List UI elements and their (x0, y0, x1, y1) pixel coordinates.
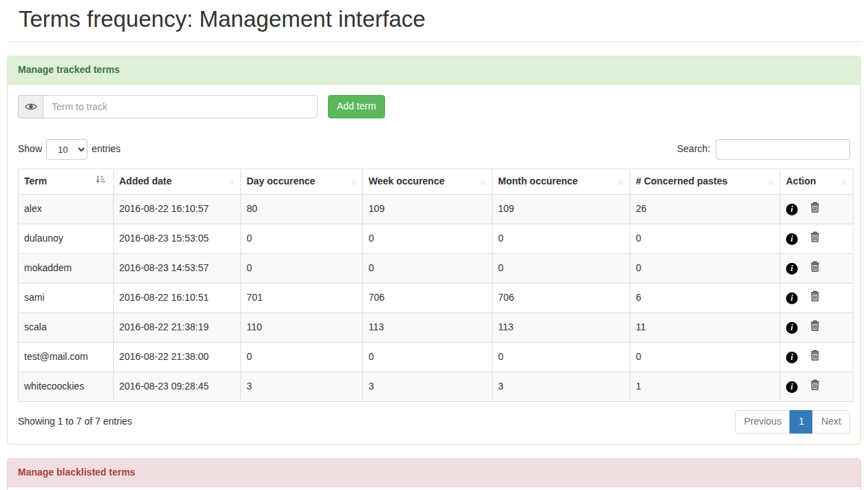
week-occurence-cell: 3 (363, 372, 493, 402)
pagination-page-1[interactable]: 1 (789, 410, 813, 434)
page-length-control: Show 10 entries (18, 139, 121, 160)
day-occurence-cell: 80 (241, 195, 363, 224)
pagination-next[interactable]: Next (812, 410, 850, 434)
term-cell: scala (19, 313, 114, 343)
day-occurence-cell: 110 (241, 313, 363, 343)
day-occurence-cell: 701 (241, 284, 363, 313)
info-icon[interactable]: i (786, 321, 798, 334)
added-date-cell: 2016-08-23 09:28:45 (114, 372, 241, 402)
info-icon[interactable]: i (786, 262, 798, 275)
tracked-terms-heading: Manage tracked terms (8, 56, 860, 85)
trash-icon[interactable] (810, 231, 820, 246)
month-occurence-cell: 0 (493, 254, 630, 284)
action-cell: i (781, 195, 854, 224)
day-occurence-cell: 0 (241, 224, 363, 254)
pagination-page-1-item: 1 (790, 410, 813, 434)
table-row: mokaddem 2016-08-23 14:53:57 0 0 0 0 i (19, 254, 854, 284)
added-date-cell: 2016-08-23 14:53:57 (114, 254, 241, 284)
blacklisted-terms-panel: Manage blacklisted terms (7, 458, 861, 490)
tracked-terms-body: Add term Show 10 entries Search: Ter (8, 85, 860, 444)
sort-both-icon: ↑↓ (350, 175, 357, 189)
week-occurence-cell: 0 (363, 343, 493, 372)
concerned-pastes-cell: 6 (630, 284, 781, 313)
concerned-pastes-cell: 0 (630, 343, 781, 372)
info-icon[interactable]: i (786, 291, 798, 305)
term-input[interactable] (43, 95, 318, 118)
add-term-row: Add term (18, 95, 850, 118)
term-cell: dulaunoy (19, 224, 114, 254)
action-cell: i (781, 224, 854, 254)
sort-ascending-icon (95, 175, 107, 189)
column-header-week-occurence[interactable]: Week occurence ↑↓ (363, 169, 493, 195)
month-occurence-cell: 0 (493, 224, 630, 254)
action-cell: i (781, 372, 854, 402)
month-occurence-cell: 0 (493, 343, 630, 372)
datatable-footer: Showing 1 to 7 of 7 entries Previous 1 N… (18, 410, 850, 434)
trash-icon[interactable] (810, 290, 820, 306)
table-row: dulaunoy 2016-08-23 15:53:05 0 0 0 0 i (19, 224, 854, 254)
sort-both-icon: ↑↓ (228, 175, 235, 189)
column-header-concerned-pastes[interactable]: # Concerned pastes ↑↓ (630, 169, 781, 195)
action-cell: i (781, 313, 854, 343)
trash-icon[interactable] (810, 379, 820, 394)
month-occurence-cell: 109 (493, 195, 630, 224)
trash-icon[interactable] (810, 350, 820, 365)
pagination-previous[interactable]: Previous (735, 410, 790, 434)
add-term-button[interactable]: Add term (328, 95, 385, 118)
concerned-pastes-cell: 1 (630, 372, 781, 402)
added-date-cell: 2016-08-22 16:10:51 (114, 284, 241, 313)
concerned-pastes-cell: 26 (630, 195, 781, 224)
table-info: Showing 1 to 7 of 7 entries (18, 415, 132, 429)
trash-icon[interactable] (810, 261, 820, 276)
title-divider (7, 41, 861, 42)
blacklisted-terms-body (8, 487, 860, 490)
eye-addon (18, 95, 43, 118)
action-cell: i (781, 343, 854, 372)
main-container: Terms frequency: Management interface Ma… (0, 0, 868, 490)
concerned-pastes-cell: 0 (630, 254, 781, 284)
term-cell: alex (19, 195, 114, 224)
day-occurence-cell: 3 (241, 372, 363, 402)
table-row: sami 2016-08-22 16:10:51 701 706 706 6 i (19, 284, 854, 313)
search-input[interactable] (716, 139, 850, 160)
table-row: test@mail.com 2016-08-22 21:38:00 0 0 0 … (19, 343, 854, 372)
sort-both-icon: ↑↓ (479, 175, 486, 189)
blacklisted-terms-heading: Manage blacklisted terms (8, 459, 860, 487)
sort-both-icon: ↑↓ (617, 175, 624, 189)
tracked-terms-panel: Manage tracked terms Add term Show (7, 56, 861, 445)
column-header-added-date[interactable]: Added date ↑↓ (114, 169, 241, 195)
trash-icon[interactable] (810, 320, 820, 335)
table-row: whitecoockies 2016-08-23 09:28:45 3 3 3 … (19, 372, 854, 402)
week-occurence-cell: 0 (363, 224, 493, 254)
terms-table-body: alex 2016-08-22 16:10:57 80 109 109 26 i (19, 195, 854, 402)
column-header-day-occurence[interactable]: Day occurence ↑↓ (241, 169, 363, 195)
term-cell: whitecoockies (19, 372, 114, 402)
datatable-controls: Show 10 entries Search: (18, 139, 850, 160)
info-icon[interactable]: i (786, 380, 798, 394)
search-label: Search: (677, 142, 710, 156)
added-date-cell: 2016-08-23 15:53:05 (114, 224, 241, 254)
info-icon[interactable]: i (786, 350, 798, 364)
info-icon[interactable]: i (786, 232, 798, 246)
column-header-term[interactable]: Term (19, 169, 114, 195)
terms-table: Term (18, 169, 854, 402)
page-length-select[interactable]: 10 (46, 139, 87, 160)
month-occurence-cell: 113 (493, 313, 630, 343)
entries-label: entries (92, 142, 121, 156)
trash-icon[interactable] (810, 202, 820, 217)
term-cell: mokaddem (19, 254, 114, 284)
week-occurence-cell: 0 (363, 254, 493, 284)
info-icon[interactable]: i (786, 202, 798, 216)
week-occurence-cell: 113 (363, 313, 493, 343)
term-input-group (18, 95, 318, 118)
added-date-cell: 2016-08-22 21:38:19 (114, 313, 241, 343)
column-header-month-occurence[interactable]: Month occurence ↑↓ (493, 169, 630, 195)
day-occurence-cell: 0 (241, 254, 363, 284)
day-occurence-cell: 0 (241, 343, 363, 372)
eye-icon (25, 103, 37, 111)
column-header-action[interactable]: Action ↑↓ (781, 169, 854, 195)
sort-both-icon: ↑↓ (840, 175, 847, 189)
page-title: Terms frequency: Management interface (19, 7, 861, 32)
concerned-pastes-cell: 0 (630, 224, 781, 254)
month-occurence-cell: 3 (493, 372, 630, 402)
